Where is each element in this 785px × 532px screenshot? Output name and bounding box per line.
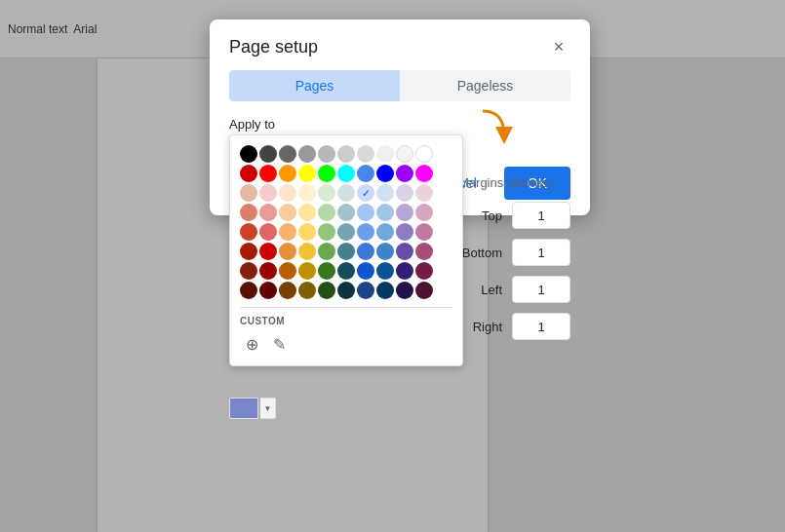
color-swatch[interactable] [318, 204, 335, 221]
margin-left-row: Left [458, 276, 570, 303]
color-picker-popup: CUSTOM ⊕ ✎ [229, 134, 463, 366]
color-swatch[interactable] [240, 282, 257, 299]
color-swatch[interactable] [337, 262, 355, 280]
color-swatch[interactable] [279, 262, 296, 280]
color-swatch[interactable] [259, 262, 277, 280]
color-swatch[interactable] [337, 184, 355, 202]
color-swatch[interactable] [298, 165, 316, 182]
color-swatch[interactable] [240, 262, 257, 280]
color-swatch[interactable] [318, 223, 335, 241]
color-swatch[interactable] [259, 223, 277, 241]
color-swatch[interactable] [396, 262, 413, 280]
color-swatch[interactable] [415, 204, 433, 221]
color-swatch[interactable] [240, 243, 257, 260]
color-swatch[interactable] [279, 184, 296, 202]
color-swatch[interactable] [376, 184, 394, 202]
color-swatch[interactable] [337, 145, 355, 163]
color-swatch[interactable] [337, 204, 355, 221]
color-swatch[interactable] [298, 262, 316, 280]
color-swatch[interactable] [415, 262, 433, 280]
color-swatch[interactable] [318, 145, 335, 163]
color-swatch[interactable] [259, 165, 277, 182]
color-swatch[interactable] [259, 282, 277, 299]
color-swatch[interactable] [376, 165, 394, 182]
margin-bottom-input[interactable] [512, 239, 570, 266]
color-swatch[interactable] [415, 243, 433, 260]
color-swatch[interactable] [298, 204, 316, 221]
color-swatch[interactable] [279, 145, 296, 163]
color-swatch[interactable] [396, 145, 413, 163]
color-swatch[interactable] [415, 184, 433, 202]
color-swatch[interactable] [376, 145, 394, 163]
color-swatch[interactable] [357, 165, 374, 182]
color-swatch[interactable] [240, 204, 257, 221]
close-button[interactable]: × [547, 35, 570, 58]
color-swatch[interactable] [337, 165, 355, 182]
color-swatch[interactable] [415, 223, 433, 241]
color-swatch[interactable] [396, 223, 413, 241]
color-swatch[interactable] [279, 165, 296, 182]
color-swatch[interactable] [259, 145, 277, 163]
color-swatch[interactable] [376, 243, 394, 260]
color-swatch[interactable] [357, 145, 374, 163]
color-swatch[interactable] [396, 184, 413, 202]
color-swatch[interactable] [415, 145, 433, 163]
color-dropdown-arrow[interactable]: ▼ [260, 398, 276, 419]
color-swatch[interactable] [337, 282, 355, 299]
color-swatch[interactable] [337, 243, 355, 260]
color-swatch[interactable] [240, 145, 257, 163]
color-preview-row: ▼ [229, 398, 276, 419]
color-swatch-selected[interactable] [357, 184, 374, 202]
custom-label: CUSTOM [240, 316, 452, 326]
color-swatch[interactable] [279, 223, 296, 241]
color-swatch[interactable] [240, 223, 257, 241]
color-swatch[interactable] [318, 282, 335, 299]
color-swatch[interactable] [415, 282, 433, 299]
page-setup-modal: Page setup × Pages Pageless Apply to [210, 19, 590, 215]
apply-to-label: Apply to [229, 117, 570, 132]
margin-left-input[interactable] [512, 276, 570, 303]
color-swatch[interactable] [357, 204, 374, 221]
tab-pageless[interactable]: Pageless [400, 70, 570, 101]
color-swatch[interactable] [318, 243, 335, 260]
color-swatch[interactable] [318, 165, 335, 182]
color-swatch[interactable] [396, 243, 413, 260]
color-swatch[interactable] [259, 184, 277, 202]
color-swatch[interactable] [240, 184, 257, 202]
add-custom-color-button[interactable]: ⊕ [240, 332, 263, 356]
color-swatch[interactable] [396, 165, 413, 182]
color-swatch[interactable] [318, 184, 335, 202]
color-preview-box[interactable] [229, 398, 258, 419]
margins-title: Margins (inches) [458, 175, 570, 190]
color-swatch[interactable] [396, 282, 413, 299]
color-swatch[interactable] [396, 204, 413, 221]
color-swatch[interactable] [357, 262, 374, 280]
color-swatch[interactable] [279, 243, 296, 260]
edit-custom-color-button[interactable]: ✎ [267, 332, 291, 356]
margin-right-input[interactable] [512, 313, 570, 340]
color-swatch[interactable] [357, 223, 374, 241]
color-swatch[interactable] [279, 282, 296, 299]
color-swatch[interactable] [376, 223, 394, 241]
tab-pages[interactable]: Pages [229, 70, 400, 101]
color-swatch[interactable] [298, 184, 316, 202]
color-swatch[interactable] [259, 204, 277, 221]
color-swatch[interactable] [298, 145, 316, 163]
tabs-container: Pages Pageless [229, 70, 570, 101]
color-swatch[interactable] [357, 282, 374, 299]
color-swatch[interactable] [240, 165, 257, 182]
color-swatch[interactable] [415, 165, 433, 182]
color-swatch[interactable] [318, 262, 335, 280]
margin-top-label: Top [458, 209, 502, 223]
color-swatch[interactable] [298, 282, 316, 299]
color-swatch[interactable] [376, 282, 394, 299]
color-swatch[interactable] [376, 204, 394, 221]
margin-top-input[interactable] [512, 202, 570, 229]
color-swatch[interactable] [298, 243, 316, 260]
color-swatch[interactable] [376, 262, 394, 280]
color-swatch[interactable] [298, 223, 316, 241]
color-swatch[interactable] [337, 223, 355, 241]
color-swatch[interactable] [279, 204, 296, 221]
color-swatch[interactable] [357, 243, 374, 260]
color-swatch[interactable] [259, 243, 277, 260]
